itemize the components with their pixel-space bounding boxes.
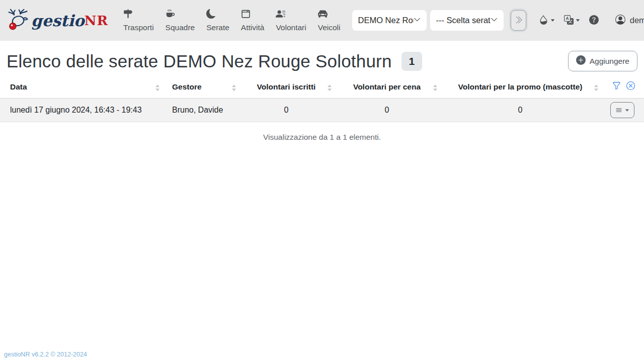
chevron-double-right-icon	[514, 16, 523, 26]
nav-item-veicoli[interactable]: Veicoli	[318, 9, 341, 32]
person-circle-icon	[615, 15, 625, 27]
chevron-down-icon	[414, 16, 421, 25]
user-menu[interactable]: demo	[615, 15, 644, 27]
go-button[interactable]	[511, 10, 526, 31]
clear-filter-icon[interactable]	[626, 81, 635, 92]
calendar-icon	[241, 9, 251, 21]
column-header-volontari-promo[interactable]: Volontari per la promo (mascotte)	[440, 78, 601, 99]
moon-icon	[206, 9, 216, 21]
help-button[interactable]	[589, 15, 599, 26]
nav-item-label: Trasporti	[123, 23, 154, 32]
page-header: Elenco delle serate DEMO Nez Rouge Solot…	[0, 41, 644, 78]
nav-item-attivita[interactable]: Attività	[241, 9, 265, 32]
nav-item-label: Attività	[241, 23, 265, 32]
brand-name: gestio	[31, 12, 85, 30]
cell-volontari-cena: 0	[334, 99, 440, 122]
serata-select-value: --- Scelta serat	[436, 16, 491, 25]
column-header-volontari-cena[interactable]: Volontari per cena	[334, 78, 440, 99]
serate-table: Data Gestore Volontari iscritti Volontar…	[0, 78, 644, 122]
question-circle-icon	[589, 15, 599, 26]
sort-icon	[594, 84, 598, 91]
table-row: lunedì 17 giugno 2024, 16:43 - 19:43 Bru…	[0, 99, 644, 122]
page-title: Elenco delle serate DEMO Nez Rouge Solot…	[7, 51, 392, 71]
section-select[interactable]: DEMO Nez Rou	[352, 10, 427, 31]
sort-icon	[433, 84, 437, 91]
nav-item-label: Serate	[206, 23, 229, 32]
brand-logo[interactable]: gestioNR	[7, 8, 108, 33]
row-actions-button[interactable]	[610, 102, 634, 118]
section-select-value: DEMO Nez Rou	[358, 16, 414, 25]
column-label: Data	[10, 82, 27, 91]
caret-down-icon	[625, 108, 629, 113]
cell-volontari-promo: 0	[440, 99, 601, 122]
language-dropdown[interactable]	[564, 15, 580, 26]
user-name: demo	[630, 16, 644, 25]
cell-actions	[601, 99, 644, 122]
chevron-down-icon	[491, 16, 498, 25]
count-badge: 1	[401, 52, 423, 71]
signpost-icon	[123, 9, 133, 21]
nav-item-trasporti[interactable]: Trasporti	[123, 9, 154, 32]
column-header-gestore[interactable]: Gestore	[162, 78, 238, 99]
column-label: Gestore	[172, 82, 202, 91]
nav-item-label: Volontari	[276, 23, 306, 32]
column-header-data[interactable]: Data	[0, 78, 162, 99]
caret-down-icon	[576, 17, 580, 24]
filter-funnel-icon[interactable]	[612, 81, 621, 92]
sort-icon	[232, 84, 236, 91]
nav-item-label: Squadre	[166, 23, 195, 32]
add-button-label: Aggiungere	[590, 57, 629, 66]
nav-item-squadre[interactable]: Squadre	[166, 9, 195, 32]
sort-icon	[328, 84, 332, 91]
list-menu-icon	[615, 107, 622, 114]
translate-icon	[564, 15, 574, 26]
page-footer: gestioNR v6.2.2 © 2012-2024	[4, 349, 87, 358]
version-link[interactable]: gestioNR v6.2.2 © 2012-2024	[4, 351, 87, 358]
theme-dropdown[interactable]	[539, 15, 555, 26]
person-lines-icon	[276, 9, 285, 21]
column-header-volontari-iscritti[interactable]: Volontari iscritti	[238, 78, 334, 99]
cell-data: lunedì 17 giugno 2024, 16:43 - 19:43	[0, 99, 162, 122]
nav-item-serate[interactable]: Serate	[206, 9, 229, 32]
cup-hot-icon	[166, 9, 175, 21]
column-label: Volontari per la promo (mascotte)	[458, 82, 583, 91]
cell-volontari-iscritti: 0	[238, 99, 334, 122]
table-summary: Visualizzazione da 1 a 1 elementi.	[0, 133, 644, 142]
car-icon	[318, 9, 328, 21]
column-label: Volontari per cena	[353, 82, 421, 91]
sort-icon	[155, 84, 159, 91]
droplet-icon	[539, 15, 548, 26]
top-navbar: gestioNR Trasporti Squadre Serate	[0, 0, 644, 41]
nav-item-label: Veicoli	[318, 23, 341, 32]
plus-circle-icon	[576, 55, 586, 67]
add-button[interactable]: Aggiungere	[568, 51, 637, 71]
cell-gestore: Bruno, Davide	[162, 99, 238, 122]
brand-name-accent: NR	[85, 13, 108, 28]
table-filter-cell	[601, 78, 644, 99]
column-label: Volontari iscritti	[257, 82, 316, 91]
serata-select[interactable]: --- Scelta serat	[430, 10, 504, 31]
reindeer-logo-icon	[7, 8, 29, 33]
caret-down-icon	[550, 17, 555, 24]
table-header-row: Data Gestore Volontari iscritti Volontar…	[0, 78, 644, 99]
nav-item-volontari[interactable]: Volontari	[276, 9, 306, 32]
